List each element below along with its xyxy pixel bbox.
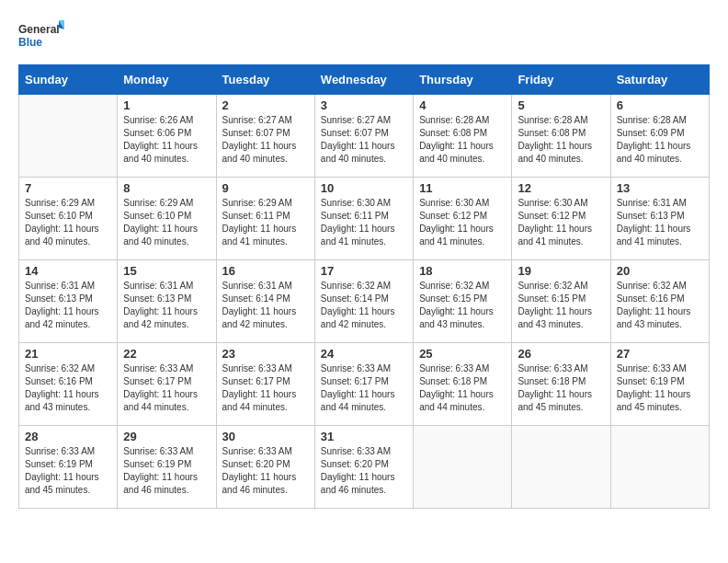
calendar-cell	[414, 426, 512, 509]
day-number: 22	[123, 347, 210, 361]
week-row-4: 21Sunrise: 6:32 AMSunset: 6:16 PMDayligh…	[19, 343, 710, 426]
week-row-5: 28Sunrise: 6:33 AMSunset: 6:19 PMDayligh…	[19, 426, 710, 509]
day-info: Sunrise: 6:33 AMSunset: 6:20 PMDaylight:…	[321, 445, 407, 497]
day-number: 8	[123, 181, 210, 195]
day-number: 11	[419, 181, 506, 195]
day-info: Sunrise: 6:32 AMSunset: 6:14 PMDaylight:…	[321, 280, 407, 331]
day-info: Sunrise: 6:33 AMSunset: 6:17 PMDaylight:…	[123, 362, 210, 414]
day-info: Sunrise: 6:32 AMSunset: 6:15 PMDaylight:…	[518, 280, 604, 331]
calendar-cell: 22Sunrise: 6:33 AMSunset: 6:17 PMDayligh…	[118, 343, 216, 426]
day-number: 5	[518, 98, 604, 112]
logo-svg: General Blue	[18, 18, 64, 55]
day-info: Sunrise: 6:31 AMSunset: 6:14 PMDaylight:…	[222, 280, 309, 331]
day-info: Sunrise: 6:29 AMSunset: 6:10 PMDaylight:…	[25, 197, 111, 248]
weekday-header-thursday: Thursday	[414, 65, 512, 95]
day-info: Sunrise: 6:29 AMSunset: 6:10 PMDaylight:…	[123, 197, 210, 248]
calendar-cell: 12Sunrise: 6:30 AMSunset: 6:12 PMDayligh…	[512, 178, 610, 260]
calendar-cell: 25Sunrise: 6:33 AMSunset: 6:18 PMDayligh…	[414, 343, 512, 426]
calendar-cell: 6Sunrise: 6:28 AMSunset: 6:09 PMDaylight…	[610, 95, 709, 178]
calendar-cell: 8Sunrise: 6:29 AMSunset: 6:10 PMDaylight…	[118, 178, 216, 260]
calendar-cell: 9Sunrise: 6:29 AMSunset: 6:11 PMDaylight…	[216, 178, 314, 260]
weekday-header-friday: Friday	[512, 65, 610, 95]
day-info: Sunrise: 6:31 AMSunset: 6:13 PMDaylight:…	[123, 280, 210, 331]
calendar-cell: 10Sunrise: 6:30 AMSunset: 6:11 PMDayligh…	[314, 178, 413, 260]
day-number: 16	[222, 264, 309, 278]
calendar-cell: 3Sunrise: 6:27 AMSunset: 6:07 PMDaylight…	[314, 95, 413, 178]
calendar-cell: 11Sunrise: 6:30 AMSunset: 6:12 PMDayligh…	[414, 178, 512, 260]
calendar-cell: 21Sunrise: 6:32 AMSunset: 6:16 PMDayligh…	[19, 343, 118, 426]
weekday-header-tuesday: Tuesday	[216, 65, 314, 95]
day-number: 9	[222, 181, 309, 195]
weekday-header-saturday: Saturday	[610, 65, 709, 95]
day-info: Sunrise: 6:32 AMSunset: 6:16 PMDaylight:…	[25, 362, 111, 414]
calendar-cell: 19Sunrise: 6:32 AMSunset: 6:15 PMDayligh…	[512, 260, 610, 343]
weekday-header-wednesday: Wednesday	[314, 65, 413, 95]
day-number: 14	[25, 264, 111, 278]
day-info: Sunrise: 6:28 AMSunset: 6:08 PMDaylight:…	[518, 114, 604, 166]
calendar-cell: 14Sunrise: 6:31 AMSunset: 6:13 PMDayligh…	[19, 260, 118, 343]
calendar-cell: 24Sunrise: 6:33 AMSunset: 6:17 PMDayligh…	[314, 343, 413, 426]
day-number: 27	[617, 347, 703, 361]
day-number: 20	[617, 264, 703, 278]
calendar-cell: 13Sunrise: 6:31 AMSunset: 6:13 PMDayligh…	[610, 178, 709, 260]
calendar-cell: 31Sunrise: 6:33 AMSunset: 6:20 PMDayligh…	[314, 426, 413, 509]
day-number: 4	[419, 98, 506, 112]
calendar-cell: 15Sunrise: 6:31 AMSunset: 6:13 PMDayligh…	[118, 260, 216, 343]
day-info: Sunrise: 6:32 AMSunset: 6:16 PMDaylight:…	[617, 280, 703, 331]
day-number: 13	[617, 181, 703, 195]
calendar-cell: 28Sunrise: 6:33 AMSunset: 6:19 PMDayligh…	[19, 426, 118, 509]
day-number: 29	[123, 430, 210, 443]
calendar-cell: 1Sunrise: 6:26 AMSunset: 6:06 PMDaylight…	[118, 95, 216, 178]
logo: General Blue	[18, 18, 64, 55]
day-info: Sunrise: 6:30 AMSunset: 6:12 PMDaylight:…	[518, 197, 604, 248]
day-info: Sunrise: 6:33 AMSunset: 6:17 PMDaylight:…	[222, 362, 309, 414]
day-info: Sunrise: 6:30 AMSunset: 6:12 PMDaylight:…	[419, 197, 506, 248]
calendar-cell: 29Sunrise: 6:33 AMSunset: 6:19 PMDayligh…	[118, 426, 216, 509]
page-header: General Blue	[18, 18, 710, 55]
calendar-cell: 16Sunrise: 6:31 AMSunset: 6:14 PMDayligh…	[216, 260, 314, 343]
calendar-cell	[512, 426, 610, 509]
day-info: Sunrise: 6:33 AMSunset: 6:18 PMDaylight:…	[518, 362, 604, 414]
day-info: Sunrise: 6:28 AMSunset: 6:09 PMDaylight:…	[617, 114, 703, 166]
day-info: Sunrise: 6:29 AMSunset: 6:11 PMDaylight:…	[222, 197, 309, 248]
day-number: 19	[518, 264, 604, 278]
day-number: 3	[321, 98, 407, 112]
calendar-cell: 18Sunrise: 6:32 AMSunset: 6:15 PMDayligh…	[414, 260, 512, 343]
day-info: Sunrise: 6:31 AMSunset: 6:13 PMDaylight:…	[25, 280, 111, 331]
calendar-cell: 4Sunrise: 6:28 AMSunset: 6:08 PMDaylight…	[414, 95, 512, 178]
day-number: 25	[419, 347, 506, 361]
calendar-cell: 27Sunrise: 6:33 AMSunset: 6:19 PMDayligh…	[610, 343, 709, 426]
calendar-cell: 17Sunrise: 6:32 AMSunset: 6:14 PMDayligh…	[314, 260, 413, 343]
calendar-cell: 2Sunrise: 6:27 AMSunset: 6:07 PMDaylight…	[216, 95, 314, 178]
day-number: 6	[617, 98, 703, 112]
day-number: 30	[222, 430, 309, 443]
day-info: Sunrise: 6:33 AMSunset: 6:19 PMDaylight:…	[617, 362, 703, 414]
day-info: Sunrise: 6:27 AMSunset: 6:07 PMDaylight:…	[222, 114, 309, 166]
calendar-cell: 30Sunrise: 6:33 AMSunset: 6:20 PMDayligh…	[216, 426, 314, 509]
calendar-table: SundayMondayTuesdayWednesdayThursdayFrid…	[18, 64, 710, 509]
weekday-header-sunday: Sunday	[19, 65, 118, 95]
calendar-cell: 5Sunrise: 6:28 AMSunset: 6:08 PMDaylight…	[512, 95, 610, 178]
weekday-header-row: SundayMondayTuesdayWednesdayThursdayFrid…	[19, 65, 710, 95]
weekday-header-monday: Monday	[118, 65, 216, 95]
svg-text:Blue: Blue	[18, 36, 42, 49]
calendar-cell	[610, 426, 709, 509]
day-info: Sunrise: 6:28 AMSunset: 6:08 PMDaylight:…	[419, 114, 506, 166]
day-number: 24	[321, 347, 407, 361]
day-number: 15	[123, 264, 210, 278]
day-info: Sunrise: 6:33 AMSunset: 6:19 PMDaylight:…	[25, 445, 111, 497]
day-info: Sunrise: 6:33 AMSunset: 6:20 PMDaylight:…	[222, 445, 309, 497]
calendar-cell: 7Sunrise: 6:29 AMSunset: 6:10 PMDaylight…	[19, 178, 118, 260]
day-info: Sunrise: 6:26 AMSunset: 6:06 PMDaylight:…	[123, 114, 210, 166]
day-number: 12	[518, 181, 604, 195]
calendar-cell: 26Sunrise: 6:33 AMSunset: 6:18 PMDayligh…	[512, 343, 610, 426]
week-row-3: 14Sunrise: 6:31 AMSunset: 6:13 PMDayligh…	[19, 260, 710, 343]
day-info: Sunrise: 6:32 AMSunset: 6:15 PMDaylight:…	[419, 280, 506, 331]
day-number: 10	[321, 181, 407, 195]
day-number: 18	[419, 264, 506, 278]
calendar-cell: 23Sunrise: 6:33 AMSunset: 6:17 PMDayligh…	[216, 343, 314, 426]
day-number: 23	[222, 347, 309, 361]
day-number: 21	[25, 347, 111, 361]
day-info: Sunrise: 6:33 AMSunset: 6:19 PMDaylight:…	[123, 445, 210, 497]
day-number: 31	[321, 430, 407, 443]
